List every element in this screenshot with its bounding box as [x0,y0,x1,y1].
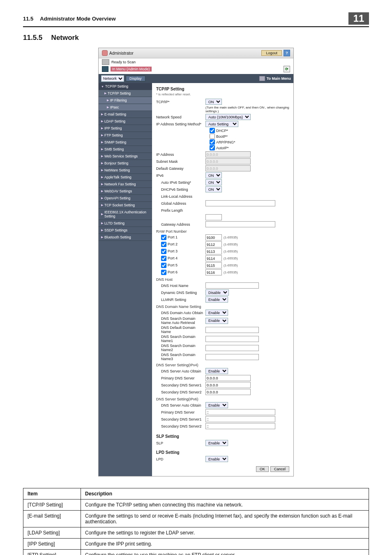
lpd-select[interactable]: Enable [205,456,228,462]
dnsv4auto-select[interactable]: Enable [205,368,228,374]
netspeed-select[interactable]: Auto (10M/100Mbps) [205,114,251,120]
menu-icon [102,66,108,72]
arpping-checkbox[interactable] [210,139,215,145]
section-title: Administrator Mode Overview [40,16,348,22]
content-pane: TCP/IP Setting * is reflected after rese… [152,83,293,476]
reload-button[interactable]: ⟳ [284,66,290,72]
help-button[interactable]: ? [284,50,290,56]
ipaddr-input[interactable] [205,151,251,157]
dnsv6auto-select[interactable]: Enable [205,402,228,408]
dyndns-select[interactable]: Disable [205,289,229,296]
table-desc: Configure the settings to send or receiv… [81,511,369,527]
port-checkbox[interactable] [161,235,166,240]
secdns2-input[interactable] [205,389,251,395]
dnssearchauto-select[interactable]: Enable [205,318,228,324]
tcpip-label: TCP/IP* [156,100,205,104]
primdns6-input[interactable] [205,409,275,415]
panel-note: * is reflected after reset. [156,92,289,96]
sidebar-item[interactable]: ▶IPP Setting [99,125,152,132]
panel-title: TCP/IP Setting [156,87,289,91]
sidebar-item[interactable]: ▶LDAP Setting [99,118,152,125]
port-checkbox[interactable] [161,256,166,261]
to-main-menu[interactable]: To Main Menu [267,76,291,81]
dnsdomauto-select[interactable]: Enable [205,310,228,316]
tcpip-select[interactable]: ON [205,99,222,105]
sidebar-item[interactable]: ▶IEEE802.1X Authentication Setting [99,209,152,220]
sidebar-item[interactable]: ▶Web Service Settings [99,153,152,160]
port-input[interactable] [205,262,222,268]
dnsdefdom-input[interactable] [205,327,259,333]
secdns61-input[interactable] [205,416,275,422]
netspeed-label: Network Speed [156,115,205,119]
chapter-badge: 11 [348,12,369,25]
sidebar-item[interactable]: ▼TCP/IP Setting [99,83,152,90]
port-input[interactable] [205,248,222,254]
dhcpv6-select[interactable]: ON [205,186,222,192]
sidebar-item[interactable]: ▶IP Filtering [99,97,152,104]
dnssearch3-input[interactable] [205,354,259,360]
ipv6-select[interactable]: ON [205,172,222,178]
globaladdr-input[interactable] [205,200,275,206]
sidebar-item[interactable]: ▶FTP Setting [99,132,152,139]
primdns-input[interactable] [205,375,251,381]
printer-icon [102,59,109,65]
sidebar-item[interactable]: ▶E-mail Setting [99,111,152,118]
port-checkbox[interactable] [161,263,166,268]
table-item: [LDAP Setting] [23,527,81,539]
table-item: [FTP Setting] [23,550,81,555]
cancel-button[interactable]: Cancel [270,466,289,472]
port-checkbox[interactable] [161,270,166,275]
table-desc: Configure the IPP print setting. [81,539,369,550]
port-checkbox[interactable] [161,249,166,254]
administrator-icon [102,50,108,56]
sidebar-item[interactable]: ▶NetWare Setting [99,167,152,174]
port-input[interactable] [205,269,222,275]
subnet-input[interactable] [205,158,251,164]
nav-select[interactable]: Network [101,75,124,82]
gatewayaddr-input[interactable] [205,221,275,227]
dnssearch1-input[interactable] [205,336,259,342]
port-input[interactable] [205,241,222,247]
ipmethod-select[interactable]: Auto Setting [205,121,238,127]
port-input[interactable] [205,255,222,261]
dnssearch2-input[interactable] [205,345,259,351]
sidebar-item[interactable]: ▶TCP Socket Setting [99,202,152,209]
sidebar-item[interactable]: ▶LLTD Setting [99,220,152,227]
autoip-checkbox[interactable] [210,145,215,150]
table-item: [E-mail Setting] [23,511,81,527]
th-desc: Description [81,488,369,500]
logout-button[interactable]: Logout [261,50,282,56]
secdns62-input[interactable] [205,423,275,429]
display-button[interactable]: Display [126,76,145,81]
lpd-title: LPD Setting [156,450,289,455]
sidebar-item[interactable]: ▶TCP/IP Setting [99,90,152,97]
llmnr-select[interactable]: Enable [205,296,228,303]
status-ready: Ready to Scan [111,60,136,64]
prefixlen-input[interactable] [205,214,222,220]
th-item: Item [23,488,81,500]
ipmethod-label: IP Address Setting Method* [156,122,205,126]
sidebar-item[interactable]: ▶SSDP Settings [99,227,152,234]
slp-title: SLP Setting [156,434,289,439]
sidebar-item[interactable]: ▶SMB Setting [99,146,152,153]
sidebar-item[interactable]: ▶WebDAV Settings [99,188,152,195]
sidebar-item[interactable]: ▶Bonjour Setting [99,160,152,167]
dnshostname-input[interactable] [205,282,259,289]
sidebar-item[interactable]: ▶Network Fax Setting [99,181,152,188]
administrator-label: Administrator [109,51,261,56]
slp-select[interactable]: Enable [205,440,228,446]
secdns1-input[interactable] [205,382,251,388]
sidebar-item[interactable]: ▶AppleTalk Setting [99,174,152,181]
autoipv6-select[interactable]: ON [205,179,222,185]
sidebar-item[interactable]: ▶SNMP Setting [99,139,152,146]
port-input[interactable] [205,234,222,240]
dhcp-checkbox[interactable] [210,128,215,133]
port-checkbox[interactable] [161,242,166,247]
bootp-checkbox[interactable] [210,134,215,139]
ok-button[interactable]: OK [256,466,269,472]
sidebar-item[interactable]: ▶IPsec [99,104,152,111]
sidebar-item[interactable]: ▶OpenAPI Setting [99,195,152,202]
sidebar-item[interactable]: ▶Bluetooth Setting [99,234,152,241]
gateway-input[interactable] [205,165,251,171]
table-item: [TCP/IP Setting] [23,500,81,511]
